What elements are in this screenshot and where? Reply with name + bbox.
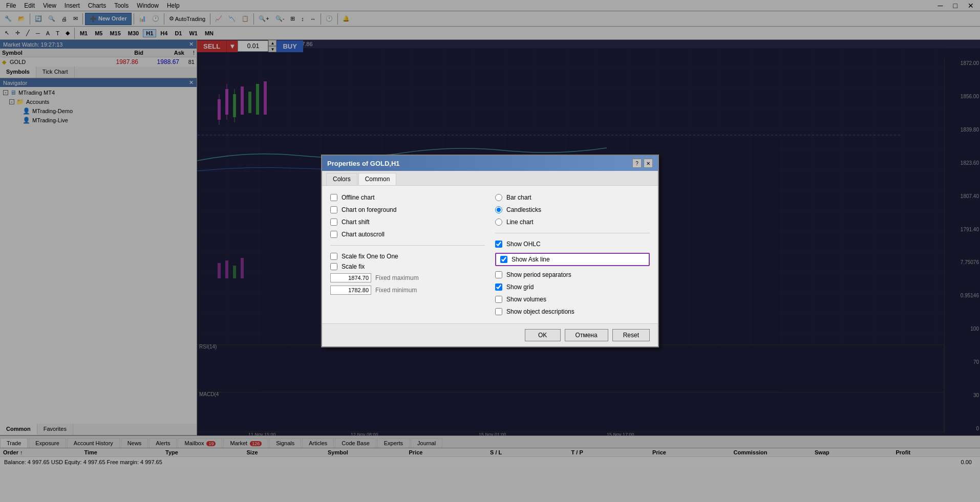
checkbox-chart-autoscroll: Chart autoscroll — [330, 231, 485, 238]
radio-line-chart: Line chart — [495, 219, 650, 226]
fixed-maximum-input[interactable] — [330, 273, 371, 282]
dialog-separator-right — [495, 233, 650, 233]
dialog-title-buttons: ? ✕ — [632, 159, 653, 168]
candlesticks-radio[interactable] — [495, 206, 502, 213]
scale-section: Scale fix One to One Scale fix Fixed max… — [330, 253, 485, 295]
show-volumes-label: Show volumes — [506, 296, 546, 303]
checkbox-scale-fix: Scale fix — [330, 263, 485, 270]
chart-foreground-checkbox[interactable] — [330, 206, 337, 213]
dialog-help-button[interactable]: ? — [632, 159, 642, 168]
chart-autoscroll-label: Chart autoscroll — [342, 231, 385, 238]
radio-candlesticks: Candlesticks — [495, 206, 650, 213]
show-period-sep-checkbox[interactable] — [495, 271, 502, 278]
dialog-footer: OK Отмена Reset — [322, 323, 658, 346]
properties-dialog: Properties of GOLD,H1 ? ✕ Colors Common … — [321, 155, 659, 347]
chart-autoscroll-checkbox[interactable] — [330, 231, 337, 238]
bar-chart-radio[interactable] — [495, 194, 502, 201]
dialog-tab-common[interactable]: Common — [358, 173, 397, 185]
dialog-title-text: Properties of GOLD,H1 — [327, 160, 400, 167]
dialog-left-section: Offline chart Chart on foreground Chart … — [330, 194, 485, 315]
fixed-maximum-label: Fixed maximum — [375, 274, 419, 281]
scale-fix-checkbox[interactable] — [330, 263, 337, 270]
show-ohlc-label: Show OHLC — [506, 241, 541, 248]
scale-fix-one-label: Scale fix One to One — [342, 253, 398, 260]
dialog-tab-colors[interactable]: Colors — [326, 173, 357, 185]
scale-fix-label: Scale fix — [342, 263, 365, 270]
fixed-minimum-row: Fixed minimum — [330, 286, 485, 295]
checkbox-show-grid: Show grid — [495, 283, 650, 291]
chart-shift-checkbox[interactable] — [330, 219, 337, 226]
checkbox-chart-shift: Chart shift — [330, 219, 485, 226]
show-ohlc-checkbox[interactable] — [495, 241, 502, 248]
fixed-minimum-label: Fixed minimum — [375, 287, 417, 294]
offline-chart-checkbox[interactable] — [330, 194, 337, 201]
show-grid-label: Show grid — [506, 283, 534, 291]
dialog-separator-1 — [330, 245, 485, 246]
dialog-close-button[interactable]: ✕ — [644, 159, 653, 168]
show-grid-checkbox[interactable] — [495, 283, 502, 291]
checkbox-chart-foreground: Chart on foreground — [330, 206, 485, 213]
checkbox-offline-chart: Offline chart — [330, 194, 485, 201]
line-chart-label: Line chart — [506, 219, 534, 226]
chart-shift-label: Chart shift — [342, 219, 370, 226]
dialog-body: Offline chart Chart on foreground Chart … — [322, 186, 658, 323]
offline-chart-label: Offline chart — [342, 194, 374, 201]
show-ask-line-checkbox[interactable] — [500, 256, 507, 263]
dialog-title-bar: Properties of GOLD,H1 ? ✕ — [322, 156, 658, 171]
dialog-overlay: Properties of GOLD,H1 ? ✕ Colors Common … — [0, 0, 980, 502]
dialog-tab-row: Colors Common — [322, 171, 658, 186]
cancel-button[interactable]: Отмена — [565, 329, 608, 341]
show-obj-desc-checkbox[interactable] — [495, 308, 502, 315]
scale-fix-one-checkbox[interactable] — [330, 253, 337, 260]
dialog-right-section: Bar chart Candlesticks Line chart Show O… — [495, 194, 650, 315]
checkbox-scale-fix-one: Scale fix One to One — [330, 253, 485, 260]
chart-foreground-label: Chart on foreground — [342, 206, 396, 213]
fixed-maximum-row: Fixed maximum — [330, 273, 485, 282]
ok-button[interactable]: OK — [525, 329, 561, 341]
line-chart-radio[interactable] — [495, 219, 502, 226]
checkbox-show-volumes: Show volumes — [495, 296, 650, 303]
show-ask-line-label: Show Ask line — [512, 256, 550, 263]
checkbox-show-ask-line: Show Ask line — [495, 253, 650, 266]
checkbox-show-obj-desc: Show object descriptions — [495, 308, 650, 315]
checkbox-show-ohlc: Show OHLC — [495, 241, 650, 248]
fixed-minimum-input[interactable] — [330, 286, 371, 295]
show-period-sep-label: Show period separators — [506, 271, 571, 278]
checkbox-show-period-sep: Show period separators — [495, 271, 650, 278]
show-volumes-checkbox[interactable] — [495, 296, 502, 303]
bar-chart-label: Bar chart — [506, 194, 531, 201]
reset-button[interactable]: Reset — [612, 329, 650, 341]
show-obj-desc-label: Show object descriptions — [506, 308, 574, 315]
radio-bar-chart: Bar chart — [495, 194, 650, 201]
candlesticks-label: Candlesticks — [506, 206, 541, 213]
